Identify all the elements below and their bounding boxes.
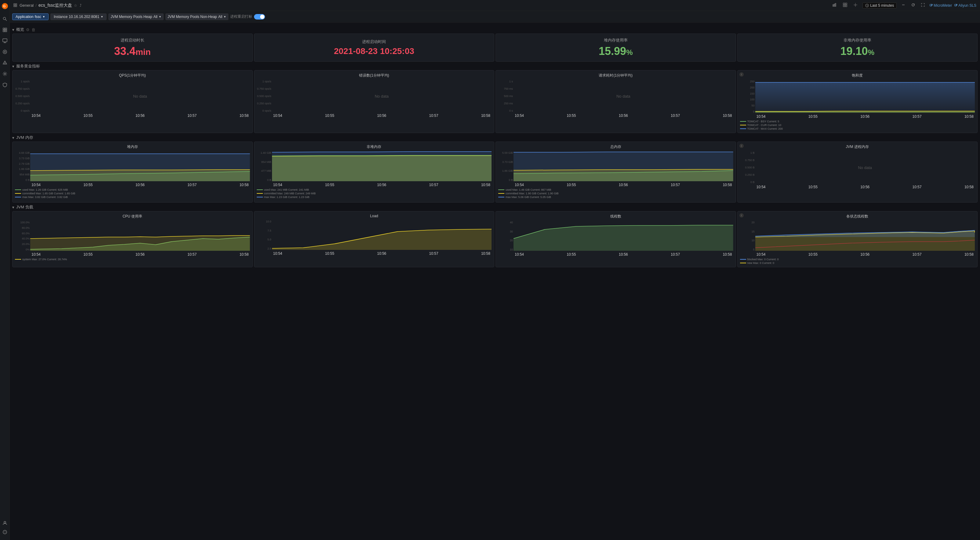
dashboard: ▾ 概览 ⚙ 🗑 进程启动时长 33.4min 进程启动时间 2021-08-2… [10,22,980,540]
breadcrumb-general[interactable]: General [19,3,33,8]
chart-nonheap-main: 10:5410:5510:5610:5710:58 [272,151,492,187]
help-icon[interactable]: ? [1,529,8,536]
saturation-info-icon[interactable]: i [740,72,744,76]
aliyun-sls-link[interactable]: Aliyun SLS [955,3,976,8]
share-icon[interactable]: ⤴ [80,3,81,8]
time-range-picker[interactable]: Last 5 minutes [862,2,897,8]
thread-states-info-icon[interactable]: i [740,213,744,218]
process-memory-info-icon[interactable]: i [740,144,744,148]
chart-heap: 堆内存 4.66 GiB 3.73 GiB 2.79 GiB 1.86 GiB … [12,141,253,203]
alerts-icon[interactable] [1,59,8,67]
total-memory-svg [514,151,733,181]
jvm-load-title: JVM 负载 [16,205,33,210]
chart-latency-main: No data 10:5410:5510:5610:5710:58 [514,79,733,118]
chart-cpu-x-axis: 10:5410:5510:5610:5710:58 [30,252,250,257]
overview-settings-icon[interactable]: ⚙ [26,27,30,32]
svg-rect-29 [845,5,847,7]
cpu-svg [30,220,250,251]
legend-bsy-dot [740,121,746,122]
saturation-legend: TOMCAT · BSY Current: 5 TOMCAT · CUR Cur… [740,120,975,130]
svg-point-15 [4,73,5,75]
explore-icon[interactable] [1,48,8,56]
home-icon[interactable] [1,26,8,33]
instance-filter[interactable]: Instance 10.16.16.202:8081 ▼ [50,13,107,20]
jvm-heap-filter[interactable]: JVM Memory Pools Heap All ▼ [108,13,163,20]
chart-saturation-y-axis: 250 200 150 100 50 0 [740,79,755,119]
external-links: MicroMeter Aliyun SLS [930,3,976,8]
zoom-out-button[interactable] [900,2,907,8]
chart-saturation-inner: 250 200 150 100 50 0 [740,79,975,119]
restart-toggle[interactable] [254,14,265,19]
app-logo: G [1,2,8,10]
chart-jvm-process-memory-y-axis: 1 B 0.750 B 0.500 B 0.250 B 0 B [740,151,755,189]
chart-latency-x-axis: 10:5410:5510:5610:5710:58 [514,113,733,118]
settings-icon[interactable] [1,70,8,78]
legend-total-used: used Max: 1.46 GiB Current: 867 MiB [498,188,733,191]
topbar: General / ecs_fssc监控大盘 ☆ ⤴ Last 5 minute… [10,0,980,11]
legend-heap-used: used Max: 1.26 GiB Current: 625 MiB [15,188,250,191]
chart-heap-y-axis: 4.66 GiB 3.73 GiB 2.79 GiB 1.86 GiB 954 … [15,151,30,187]
chart-heap-inner: 4.66 GiB 3.73 GiB 2.79 GiB 1.86 GiB 954 … [15,151,250,187]
chart-errors-y-axis: 1 ops/s 0.750 ops/s 0.500 ops/s 0.250 op… [257,79,272,118]
legend-bsy: TOMCAT · BSY Current: 5 [740,120,975,123]
chart-latency: 请求耗时(1分钟平均) 1 s 750 ms 500 ms 250 ms 0 s… [495,70,736,133]
svg-point-12 [4,51,5,52]
chart-latency-y-axis: 1 s 750 ms 500 ms 250 ms 0 s [498,79,514,118]
svg-rect-27 [845,3,847,5]
filterbar: Application fssc ▼ Instance 10.16.16.202… [10,11,980,22]
jvm-nonheap-filter[interactable]: JVM Memory Pools Non-Heap All ▼ [165,13,228,20]
legend-nonheap-committed: committed Max: 249 MiB Current: 249 MiB [257,192,492,195]
star-icon[interactable]: ☆ [74,3,77,8]
fullscreen-button[interactable] [920,2,926,8]
breadcrumb-dashboard[interactable]: ecs_fssc监控大盘 [38,3,72,8]
chart-errors-main: No data 10:5410:5510:5610:5710:58 [272,79,492,118]
topbar-left: General / ecs_fssc监控大盘 ☆ ⤴ [13,3,831,8]
overview-delete-icon[interactable]: 🗑 [32,27,35,32]
chart-thread-states-main: 10:5410:5510:5610:5710:58 [755,220,975,257]
search-icon[interactable] [1,15,8,22]
svg-marker-50 [272,229,492,250]
chart-heap-x-axis: 10:5410:5510:5610:5710:58 [30,183,250,187]
chart-threads: 线程数 40 30 20 10 10:5410:551 [495,211,736,267]
chart-thread-states-x-axis: 10:5410:5510:5610:5710:58 [755,252,975,257]
legend-nonheap-used: used Max: 241 MiB Current: 241 MiB [257,188,492,191]
settings-button[interactable] [852,2,859,8]
load-svg [272,219,492,250]
stat-nonheap-title: 非堆内存使用率 [843,38,871,43]
chart-nonheap-title: 非堆内存 [257,144,492,149]
svg-rect-23 [833,5,834,6]
user-icon[interactable] [1,519,8,527]
svg-rect-22 [16,5,17,7]
jvm-load-collapse-icon[interactable]: ▾ [12,205,14,210]
legend-blocked: blocked Max: 0 Current: 0 [740,258,975,261]
breadcrumb-separator: / [35,3,37,8]
legend-total-committed: committed Max: 1.90 GiB Current: 1.90 Gi… [498,192,733,195]
chart-load-inner: 10.0 7.5 5.0 2.5 10:5410:5510:5610:5710:… [257,219,492,256]
stat-nonheap-value: 19.10% [840,45,874,58]
service-metrics-collapse-icon[interactable]: ▾ [12,64,14,69]
stat-nonheap-usage: 非堆内存使用率 19.10% [737,33,978,62]
refresh-button[interactable] [910,2,916,8]
svg-marker-51 [514,225,733,251]
overview-collapse-icon[interactable]: ▾ [12,27,14,32]
stat-uptime-value: 33.4min [114,45,151,58]
chart-type-button[interactable] [831,2,838,8]
chart-latency-title: 请求耗时(1分钟平均) [498,73,733,78]
legend-new: new Max: 0 Current: 0 [740,262,975,265]
chart-errors-nodata: No data [272,79,492,113]
jvm-memory-collapse-icon[interactable]: ▾ [12,135,14,140]
chart-load: Load 10.0 7.5 5.0 2.5 10:54 [254,211,495,267]
shield-icon[interactable] [1,81,8,89]
topbar-right: Last 5 minutes MicroMeter Aliyun SLS [831,2,976,8]
chart-total-memory-inner: 5.59 GiB 3.73 GiB 1.86 GiB 0 B [498,151,733,187]
svg-marker-37 [755,83,975,113]
dashboards-icon[interactable] [1,37,8,44]
micrometer-link[interactable]: MicroMeter [930,3,952,8]
svg-rect-28 [843,5,845,7]
chart-threads-main: 10:5410:5510:5610:5710:58 [514,220,733,257]
svg-point-2 [3,17,5,20]
dashboard-view-button[interactable] [842,2,848,8]
stat-start-time: 进程启动时间 2021-08-23 10:25:03 [254,33,495,62]
application-filter[interactable]: Application fssc ▼ [12,13,49,20]
chart-jvm-process-memory-title: JVM 进程内存 [740,144,975,149]
